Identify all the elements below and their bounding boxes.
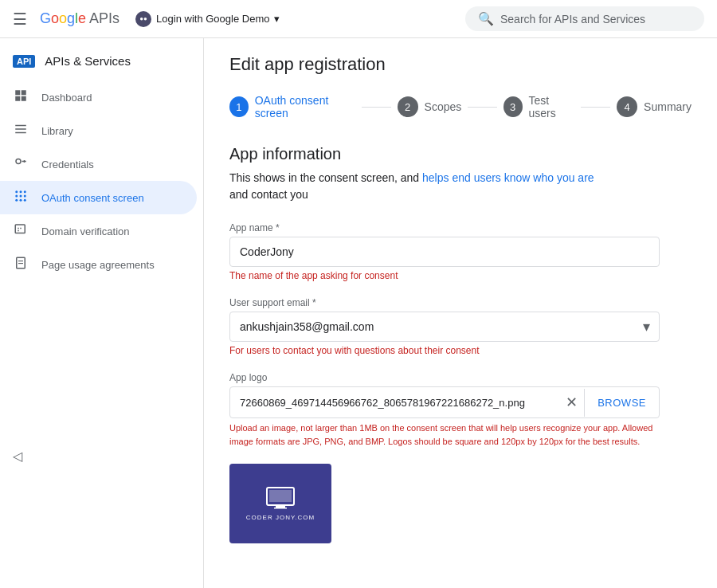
account-icon: ●●	[135, 11, 151, 27]
monitor-preview-icon	[266, 487, 295, 509]
sidebar-title: APIs & Services	[45, 54, 131, 68]
sidebar-item-dashboard[interactable]: Dashboard	[0, 80, 197, 114]
desc-highlight: helps end users know who you are	[422, 171, 594, 184]
user-support-email-label: User support email *	[229, 297, 692, 308]
svg-rect-3	[22, 96, 26, 101]
svg-point-12	[20, 195, 22, 198]
google-logo: Google APIs	[40, 10, 120, 27]
step-1-label: OAuth consent screen	[255, 94, 355, 120]
logo-o1: o	[51, 10, 59, 26]
step-3-label: Test users	[529, 94, 575, 120]
account-chevron-icon: ▾	[274, 13, 280, 25]
svg-point-13	[24, 195, 26, 198]
logo-preview: CODER JONY.COM	[229, 464, 331, 543]
page-usage-icon	[13, 256, 29, 273]
account-switcher[interactable]: ●● Login with Google Demo ▾	[135, 11, 280, 27]
app-name-label: App name *	[229, 222, 692, 233]
svg-rect-2	[15, 96, 20, 101]
collapse-icon: ◁	[13, 449, 22, 464]
svg-point-7	[16, 159, 21, 164]
app-logo-label: App logo	[229, 372, 692, 383]
logo-preview-text: CODER JONY.COM	[246, 514, 315, 521]
svg-rect-22	[269, 490, 292, 502]
svg-rect-5	[15, 128, 26, 130]
svg-point-8	[15, 190, 18, 193]
account-label: Login with Google Demo	[156, 13, 269, 25]
user-support-email-select[interactable]: ankushjain358@gmail.com	[229, 312, 660, 342]
step-1: 1 OAuth consent screen	[229, 94, 355, 120]
sidebar-item-library-label: Library	[41, 125, 73, 137]
sidebar-item-domain-label: Domain verification	[41, 225, 130, 237]
page-title: Edit app registration	[229, 54, 692, 75]
domain-icon	[13, 222, 29, 240]
logo-g: G	[40, 10, 51, 26]
svg-point-14	[15, 199, 18, 202]
step-divider-3	[581, 107, 610, 108]
desc-part1: This shows in the consent screen, and	[229, 171, 419, 184]
app-name-hint: The name of the app asking for consent	[229, 270, 692, 281]
sidebar-item-page-usage-label: Page usage agreements	[41, 259, 155, 271]
stepper: 1 OAuth consent screen 2 Scopes 3 Test u…	[229, 94, 692, 120]
step-divider-2	[468, 107, 497, 108]
sidebar-item-credentials[interactable]: Credentials	[0, 147, 197, 181]
app-name-field: App name * The name of the app asking fo…	[229, 222, 692, 281]
step-4-circle: 4	[617, 96, 637, 117]
logo-filename: 72660869_469714456966762_806578196722168…	[230, 389, 559, 417]
svg-rect-19	[18, 261, 23, 261]
step-2-circle: 2	[398, 96, 418, 117]
step-1-circle: 1	[229, 96, 249, 117]
user-support-email-hint: For users to contact you with questions …	[229, 345, 692, 356]
sidebar-item-domain[interactable]: Domain verification	[0, 214, 197, 248]
logo-o2: o	[59, 10, 67, 26]
step-2-label: Scopes	[425, 100, 462, 113]
sidebar-item-page-usage[interactable]: Page usage agreements	[0, 248, 197, 281]
sidebar-item-oauth[interactable]: OAuth consent screen	[0, 181, 197, 214]
search-bar[interactable]: 🔍 Search for APIs and Services	[465, 6, 704, 31]
logo-clear-button[interactable]: ✕	[559, 387, 584, 417]
dashboard-icon	[13, 88, 29, 106]
logo-hint: Upload an image, not larger than 1MB on …	[229, 421, 660, 448]
sidebar-item-library[interactable]: Library	[0, 114, 197, 147]
user-support-email-field: User support email * ankushjain358@gmail…	[229, 297, 692, 356]
step-3-circle: 3	[503, 96, 523, 117]
logo-g2: g	[67, 10, 75, 26]
step-4-label: Summary	[644, 100, 692, 113]
logo-browse-button[interactable]: BROWSE	[584, 389, 659, 417]
app-info-title: App information	[229, 145, 692, 163]
sidebar-header: API APIs & Services	[0, 45, 203, 80]
sidebar-item-dashboard-label: Dashboard	[41, 92, 92, 104]
desc-part2: and contact you	[229, 188, 308, 201]
logo-apis: APIs	[89, 10, 120, 27]
svg-rect-20	[18, 263, 23, 264]
app-logo-field: App logo 72660869_469714456966762_806578…	[229, 372, 692, 448]
svg-point-9	[20, 190, 22, 193]
topbar: ☰ Google APIs ●● Login with Google Demo …	[0, 0, 717, 38]
sidebar-item-oauth-label: OAuth consent screen	[41, 192, 144, 204]
api-badge: API	[13, 55, 35, 68]
sidebar: API APIs & Services Dashboard Library Cr…	[0, 38, 204, 588]
oauth-icon	[13, 189, 29, 206]
sidebar-collapse-button[interactable]: ◁	[0, 441, 197, 472]
menu-icon[interactable]: ☰	[13, 10, 27, 29]
app-info-description: This shows in the consent screen, and he…	[229, 170, 692, 203]
sidebar-item-credentials-label: Credentials	[41, 159, 94, 171]
svg-rect-24	[274, 508, 287, 509]
svg-point-16	[24, 199, 26, 202]
app-name-input[interactable]	[229, 237, 660, 267]
svg-point-15	[20, 199, 22, 202]
step-3: 3 Test users	[503, 94, 575, 120]
layout: API APIs & Services Dashboard Library Cr…	[0, 38, 717, 588]
svg-rect-0	[15, 90, 20, 95]
svg-rect-1	[22, 90, 26, 95]
search-icon: 🔍	[478, 11, 494, 26]
email-select-wrapper: ankushjain358@gmail.com ▾	[229, 312, 660, 342]
svg-point-10	[24, 190, 26, 193]
svg-point-11	[15, 195, 18, 198]
step-2: 2 Scopes	[398, 96, 462, 117]
logo-upload-container: 72660869_469714456966762_806578196722168…	[229, 386, 660, 418]
svg-rect-23	[276, 506, 285, 508]
credentials-icon	[13, 155, 29, 173]
step-divider-1	[362, 107, 391, 108]
step-4: 4 Summary	[617, 96, 692, 117]
svg-rect-6	[15, 132, 26, 134]
